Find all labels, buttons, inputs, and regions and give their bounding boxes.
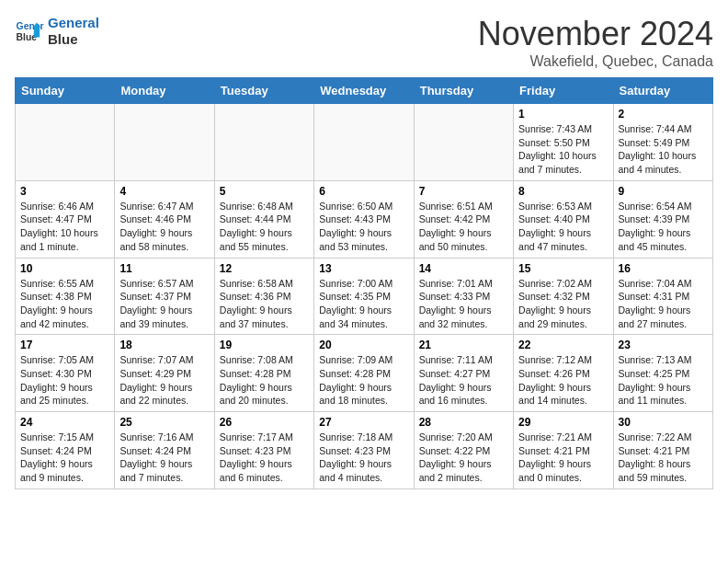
cell-info: Sunrise: 6:51 AM	[419, 200, 508, 213]
week-row: 3Sunrise: 6:46 AMSunset: 4:47 PMDaylight…	[16, 180, 713, 258]
header-row: SundayMondayTuesdayWednesdayThursdayFrid…	[16, 78, 713, 104]
cell-info: Daylight: 9 hours and 39 minutes.	[119, 304, 209, 330]
cell-info: Sunset: 4:37 PM	[119, 290, 209, 304]
cell-info: Sunrise: 7:00 AM	[319, 277, 408, 291]
cell-info: Daylight: 9 hours and 42 minutes.	[20, 304, 109, 330]
cell-info: Daylight: 9 hours and 22 minutes.	[119, 381, 209, 408]
cell-info: Sunset: 4:47 PM	[20, 213, 109, 226]
calendar-cell: 9Sunrise: 6:54 AMSunset: 4:39 PMDaylight…	[613, 180, 712, 258]
calendar-cell	[414, 104, 513, 181]
cell-info: Sunrise: 7:18 AM	[319, 431, 408, 444]
cell-info: Sunrise: 6:54 AM	[619, 200, 708, 213]
cell-info: Sunrise: 7:02 AM	[518, 277, 608, 291]
cell-info: Daylight: 10 hours and 7 minutes.	[518, 149, 608, 176]
header-day: Saturday	[613, 78, 712, 104]
cell-info: Sunset: 4:21 PM	[518, 444, 608, 458]
cell-info: Sunrise: 6:48 AM	[220, 200, 309, 213]
calendar-cell: 16Sunrise: 7:04 AMSunset: 4:31 PMDayligh…	[613, 258, 712, 335]
day-number: 30	[619, 416, 708, 429]
cell-info: Sunset: 4:27 PM	[419, 367, 508, 381]
week-row: 17Sunrise: 7:05 AMSunset: 4:30 PMDayligh…	[16, 335, 713, 412]
calendar-cell: 14Sunrise: 7:01 AMSunset: 4:33 PMDayligh…	[414, 258, 513, 335]
cell-info: Sunset: 4:22 PM	[419, 444, 508, 458]
cell-info: Daylight: 9 hours and 9 minutes.	[20, 457, 109, 484]
cell-info: Sunrise: 7:20 AM	[419, 431, 508, 444]
cell-info: Sunset: 4:21 PM	[619, 444, 708, 458]
cell-info: Sunset: 4:26 PM	[518, 367, 608, 381]
cell-info: Daylight: 9 hours and 7 minutes.	[119, 457, 209, 484]
cell-info: Sunset: 4:46 PM	[119, 213, 209, 226]
calendar-cell: 26Sunrise: 7:17 AMSunset: 4:23 PMDayligh…	[214, 412, 313, 489]
cell-info: Daylight: 9 hours and 29 minutes.	[518, 304, 608, 330]
header-day: Monday	[115, 78, 214, 104]
cell-info: Daylight: 9 hours and 18 minutes.	[319, 381, 408, 408]
logo-line1: General	[48, 15, 99, 31]
cell-info: Sunrise: 7:08 AM	[220, 353, 309, 367]
day-number: 18	[119, 339, 209, 351]
day-number: 20	[319, 339, 408, 351]
calendar-cell: 24Sunrise: 7:15 AMSunset: 4:24 PMDayligh…	[16, 412, 115, 489]
calendar-cell: 19Sunrise: 7:08 AMSunset: 4:28 PMDayligh…	[214, 335, 313, 412]
day-number: 13	[319, 262, 408, 275]
cell-info: Daylight: 9 hours and 50 minutes.	[419, 226, 508, 253]
cell-info: Sunrise: 7:17 AM	[220, 431, 309, 444]
cell-info: Sunset: 4:39 PM	[619, 213, 708, 226]
cell-info: Daylight: 9 hours and 2 minutes.	[419, 457, 508, 484]
cell-info: Daylight: 9 hours and 6 minutes.	[220, 457, 309, 484]
cell-info: Sunrise: 7:11 AM	[419, 353, 508, 367]
calendar-cell	[314, 104, 414, 181]
cell-info: Sunset: 4:42 PM	[419, 213, 508, 226]
day-number: 15	[518, 262, 608, 275]
calendar-cell: 30Sunrise: 7:22 AMSunset: 4:21 PMDayligh…	[613, 412, 712, 489]
cell-info: Sunrise: 6:55 AM	[20, 277, 109, 291]
cell-info: Sunset: 4:31 PM	[619, 290, 708, 304]
day-number: 27	[319, 416, 408, 429]
cell-info: Sunset: 4:24 PM	[20, 444, 109, 458]
cell-info: Sunrise: 7:13 AM	[619, 353, 708, 367]
day-number: 28	[419, 416, 508, 429]
cell-info: Daylight: 9 hours and 34 minutes.	[319, 304, 408, 330]
logo-icon: General Blue	[15, 17, 44, 46]
cell-info: Sunrise: 6:50 AM	[319, 200, 408, 213]
header-day: Friday	[514, 78, 613, 104]
cell-info: Sunrise: 7:07 AM	[119, 353, 209, 367]
cell-info: Sunset: 5:49 PM	[619, 136, 708, 150]
day-number: 11	[119, 262, 209, 275]
header-day: Thursday	[414, 78, 513, 104]
calendar-cell	[115, 104, 214, 181]
cell-info: Sunset: 4:40 PM	[518, 213, 608, 226]
day-number: 19	[220, 339, 309, 351]
cell-info: Sunrise: 6:57 AM	[119, 277, 209, 291]
calendar-cell: 22Sunrise: 7:12 AMSunset: 4:26 PMDayligh…	[514, 335, 613, 412]
day-number: 8	[518, 185, 608, 198]
day-number: 7	[419, 185, 508, 198]
day-number: 1	[518, 108, 608, 121]
cell-info: Sunrise: 6:47 AM	[119, 200, 209, 213]
cell-info: Sunset: 4:36 PM	[220, 290, 309, 304]
calendar-header: SundayMondayTuesdayWednesdayThursdayFrid…	[16, 78, 713, 104]
day-number: 22	[518, 339, 608, 351]
logo-wordmark: General Blue	[48, 15, 99, 48]
calendar-cell: 7Sunrise: 6:51 AMSunset: 4:42 PMDaylight…	[414, 180, 513, 258]
cell-info: Daylight: 9 hours and 14 minutes.	[518, 381, 608, 408]
day-number: 24	[20, 416, 109, 429]
cell-info: Sunset: 4:23 PM	[220, 444, 309, 458]
calendar-cell: 12Sunrise: 6:58 AMSunset: 4:36 PMDayligh…	[214, 258, 313, 335]
header-day: Tuesday	[214, 78, 313, 104]
calendar-cell: 5Sunrise: 6:48 AMSunset: 4:44 PMDaylight…	[214, 180, 313, 258]
day-number: 25	[119, 416, 209, 429]
title-block: November 2024 Wakefield, Quebec, Canada	[478, 15, 713, 70]
cell-info: Daylight: 10 hours and 4 minutes.	[619, 149, 708, 176]
calendar-cell: 11Sunrise: 6:57 AMSunset: 4:37 PMDayligh…	[115, 258, 214, 335]
calendar-cell: 18Sunrise: 7:07 AMSunset: 4:29 PMDayligh…	[115, 335, 214, 412]
cell-info: Daylight: 9 hours and 55 minutes.	[220, 226, 309, 253]
header-day: Wednesday	[314, 78, 414, 104]
cell-info: Sunrise: 7:09 AM	[319, 353, 408, 367]
calendar-cell: 3Sunrise: 6:46 AMSunset: 4:47 PMDaylight…	[16, 180, 115, 258]
cell-info: Sunrise: 6:58 AM	[220, 277, 309, 291]
calendar-cell: 23Sunrise: 7:13 AMSunset: 4:25 PMDayligh…	[613, 335, 712, 412]
cell-info: Sunrise: 6:46 AM	[20, 200, 109, 213]
cell-info: Daylight: 9 hours and 58 minutes.	[119, 226, 209, 253]
month-title: November 2024	[478, 15, 713, 53]
cell-info: Sunset: 4:38 PM	[20, 290, 109, 304]
